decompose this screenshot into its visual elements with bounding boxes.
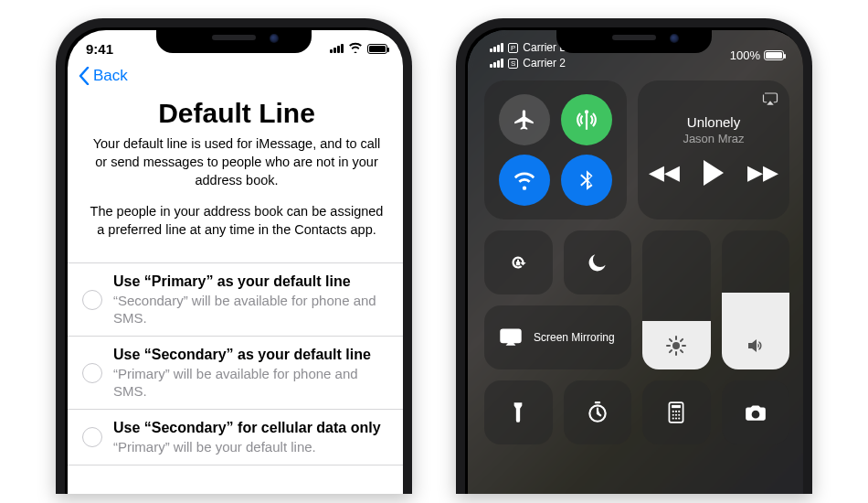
option-subtitle: “Primary” will be available for phone an… [113,365,391,400]
back-label: Back [93,67,128,85]
bluetooth-toggle[interactable] [561,155,612,206]
battery-icon [367,44,387,54]
svg-point-0 [672,342,680,349]
airplay-icon[interactable] [762,91,778,110]
option-use-secondary[interactable]: Use “Secondary” as your default line “Pr… [68,337,406,410]
battery-icon [764,50,784,60]
orientation-lock-button[interactable] [484,230,553,294]
screen-mirroring-label: Screen Mirroring [534,331,615,344]
timer-button[interactable] [564,380,632,444]
option-title: Use “Primary” as your default line [113,273,391,291]
play-button[interactable] [704,160,724,186]
now-playing-tile[interactable]: Unlonely Jason Mraz ◀◀ ▶▶ [638,80,789,219]
radio-unchecked-icon [82,290,102,310]
camera-icon [744,401,767,424]
svg-point-7 [678,411,680,412]
wifi-toggle[interactable] [499,155,550,206]
sim-badge-secondary: S [508,59,518,69]
option-use-primary[interactable]: Use “Primary” as your default line “Seco… [68,263,406,337]
option-subtitle: “Secondary” will be available for phone … [113,292,391,326]
page-description: Your default line is used for iMessage, … [68,134,406,239]
flashlight-icon [506,401,530,424]
svg-rect-4 [672,405,681,408]
carrier-2-label: Carrier 2 [523,57,566,70]
option-title: Use “Secondary” as your default line [113,346,391,364]
camera-button[interactable] [722,380,790,444]
chevron-left-icon [79,67,90,85]
screen-mirroring-button[interactable]: Screen Mirroring [484,305,631,369]
sim-badge-primary: P [508,43,518,53]
bluetooth-icon [575,168,598,192]
radio-unchecked-icon [82,363,102,383]
page-title: Default Line [68,89,406,134]
svg-point-8 [672,414,674,416]
cellular-signal-icon [330,44,344,53]
back-button[interactable]: Back [68,67,406,89]
antenna-icon [575,108,598,132]
screen-mirroring-icon [499,326,523,349]
calculator-button[interactable] [642,380,711,444]
option-list: Use “Primary” as your default line “Seco… [68,262,406,466]
option-title: Use “Secondary” for cellular data only [113,419,391,437]
svg-point-12 [675,417,677,419]
flashlight-button[interactable] [484,380,553,444]
timer-icon [586,401,609,424]
svg-point-10 [678,414,680,416]
brightness-slider[interactable] [642,230,711,369]
svg-point-6 [675,411,677,412]
airplane-icon [513,108,536,132]
moon-icon [586,251,609,274]
volume-icon [745,335,767,357]
svg-point-5 [672,411,674,412]
media-title: Unlonely [687,114,740,130]
volume-fill [722,293,790,369]
svg-point-11 [672,417,674,419]
connectivity-tile[interactable] [484,80,627,219]
carrier-2-line: S Carrier 2 [490,57,578,70]
svg-point-13 [678,417,680,419]
phone-right: P Carrier LTE S Carrier 2 100% [456,18,812,494]
calculator-icon [664,401,688,424]
cellular-data-toggle[interactable] [561,94,612,145]
notch [556,27,712,53]
status-time: 9:41 [86,41,113,57]
airplane-mode-toggle[interactable] [499,94,550,145]
notch [156,27,312,53]
brightness-icon [665,335,687,357]
battery-percent: 100% [730,48,760,62]
phone-left: 9:41 Back Default Line Your default line… [56,18,412,494]
wifi-icon [348,41,363,56]
volume-slider[interactable] [722,230,790,369]
option-secondary-data-only[interactable]: Use “Secondary” for cellular data only “… [68,410,406,466]
previous-track-button[interactable]: ◀◀ [649,161,680,185]
wifi-icon [513,168,536,192]
rotation-lock-icon [506,251,530,274]
radio-unchecked-icon [82,427,102,447]
next-track-button[interactable]: ▶▶ [747,161,778,185]
do-not-disturb-button[interactable] [564,230,632,294]
signal-bars-icon [490,59,503,68]
media-artist: Jason Mraz [683,132,744,145]
signal-bars-icon [490,43,503,52]
option-subtitle: “Primary” will be your default line. [113,438,391,455]
svg-point-9 [675,414,677,416]
